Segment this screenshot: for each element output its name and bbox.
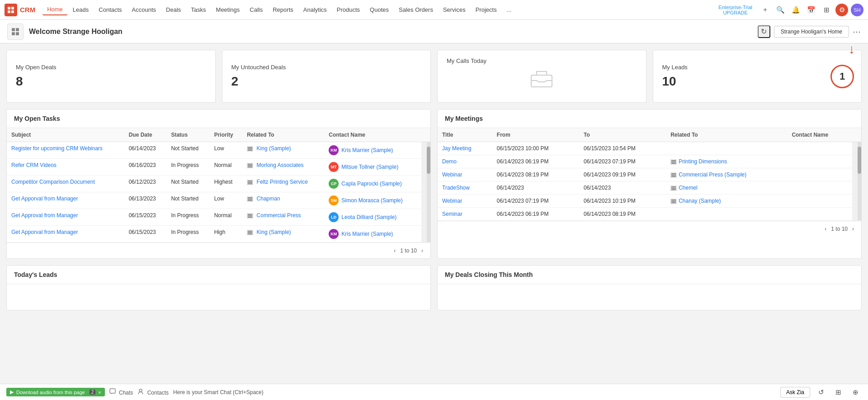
tasks-panel: My Open Tasks Subject Due Date Status Pr… xyxy=(6,109,431,259)
app-logo[interactable]: CRM xyxy=(5,4,35,16)
tasks-next-btn[interactable]: › xyxy=(420,247,425,255)
page-icon xyxy=(7,24,24,40)
meeting-title-link[interactable]: Demo xyxy=(442,158,457,165)
nav-contacts[interactable]: Contacts xyxy=(94,5,126,15)
nav-products[interactable]: Products xyxy=(332,5,364,15)
meeting-contact-cell xyxy=(787,155,852,168)
meeting-contact-cell xyxy=(787,208,852,221)
related-icon xyxy=(670,159,677,165)
meeting-related-link[interactable]: Printing Dimensions xyxy=(679,158,727,165)
task-priority-cell: Normal xyxy=(210,159,243,176)
task-status-cell: In Progress xyxy=(166,159,209,176)
task-related-link[interactable]: Chapman xyxy=(257,195,280,202)
meetings-col-to: To xyxy=(579,128,666,142)
calls-today-card[interactable]: My Calls Today xyxy=(437,50,646,103)
user-avatar[interactable]: SH xyxy=(851,4,863,16)
task-subject-link[interactable]: Get Apporval from Manager xyxy=(11,195,78,202)
contact-name-link[interactable]: Mitsue Tollner (Sample) xyxy=(341,164,398,170)
tasks-col-due-date: Due Date xyxy=(124,128,167,142)
meeting-title-cell: Webinar xyxy=(438,168,492,181)
create-button[interactable]: ＋ xyxy=(759,4,771,16)
meeting-related-link[interactable]: Chanay (Sample) xyxy=(679,198,721,204)
task-related-link[interactable]: Feltz Printing Service xyxy=(257,179,308,185)
nav-tasks[interactable]: Tasks xyxy=(186,5,210,15)
nav-projects[interactable]: Projects xyxy=(471,5,501,15)
deals-closing-panel: My Deals Closing This Month xyxy=(437,265,862,310)
task-subject-link[interactable]: Competitor Comparison Document xyxy=(11,179,95,185)
tasks-row: Register for upcoming CRM Webinars 06/14… xyxy=(7,142,430,159)
nav-calls[interactable]: Calls xyxy=(245,5,267,15)
meetings-col-from: From xyxy=(492,128,579,142)
nav-more[interactable]: ... xyxy=(502,5,516,15)
task-related-link[interactable]: King (Sample) xyxy=(257,145,291,152)
meetings-row: Jay Meeting 06/15/2023 10:00 PM 06/15/20… xyxy=(438,142,861,155)
meeting-related-cell: Commercial Press (Sample) xyxy=(666,168,787,181)
tasks-prev-btn[interactable]: ‹ xyxy=(392,247,397,255)
meeting-title-link[interactable]: Seminar xyxy=(442,211,462,217)
meeting-title-link[interactable]: TradeShow xyxy=(442,185,470,191)
task-due-date-cell: 06/13/2023 xyxy=(124,192,167,209)
nav-services[interactable]: Services xyxy=(439,5,470,15)
contact-name-link[interactable]: Capla Paprocki (Sample) xyxy=(341,181,401,187)
task-subject-link[interactable]: Get Apporval from Manager xyxy=(11,229,78,235)
task-status-cell: In Progress xyxy=(166,226,209,243)
contact-name-link[interactable]: Simon Morasca (Sample) xyxy=(341,197,402,204)
search-button[interactable]: 🔍 xyxy=(774,4,787,16)
app-name: CRM xyxy=(20,6,35,14)
task-subject-link[interactable]: Register for upcoming CRM Webinars xyxy=(11,145,103,152)
nav-deals[interactable]: Deals xyxy=(161,5,185,15)
nav-home[interactable]: Home xyxy=(42,4,67,15)
nav-accounts[interactable]: Accounts xyxy=(127,5,160,15)
task-due-date-cell: 06/14/2023 xyxy=(124,142,167,159)
my-leads-card[interactable]: My Leads 10 1 ↓ xyxy=(653,50,862,103)
contact-name-link[interactable]: Leota Dilliard (Sample) xyxy=(341,214,396,220)
contact-name-link[interactable]: Kris Marrier (Sample) xyxy=(341,231,393,237)
nav-reports[interactable]: Reports xyxy=(268,5,298,15)
task-related-link[interactable]: King (Sample) xyxy=(257,229,291,235)
more-options-button[interactable]: ⋯ xyxy=(853,27,861,37)
meeting-related-link[interactable]: Chemel xyxy=(679,185,697,191)
contact-avatar: CP xyxy=(329,179,339,189)
task-subject-link[interactable]: Refer CRM Videos xyxy=(11,162,57,168)
open-deals-value: 8 xyxy=(16,74,206,89)
task-related-link[interactable]: Morlong Associates xyxy=(257,162,304,168)
nav-right: Enterprise-Trial UPGRADE ＋ 🔍 🔔 📅 ⊞ ⚙ SH xyxy=(718,4,863,16)
meeting-title-link[interactable]: Webinar xyxy=(442,198,462,204)
untouched-deals-card[interactable]: My Untouched Deals 2 xyxy=(222,50,431,103)
meeting-to-cell: 06/14/2023 08:19 PM xyxy=(579,208,666,221)
meetings-row: TradeShow 06/14/2023 06/14/2023 Chemel xyxy=(438,181,861,195)
nav-meetings[interactable]: Meetings xyxy=(212,5,245,15)
nav-leads[interactable]: Leads xyxy=(68,5,93,15)
nav-quotes[interactable]: Quotes xyxy=(365,5,393,15)
nav-sales-orders[interactable]: Sales Orders xyxy=(394,5,438,15)
task-due-date-cell: 06/16/2023 xyxy=(124,159,167,176)
task-subject-link[interactable]: Get Approval from Manager xyxy=(11,212,78,219)
open-deals-title: My Open Deals xyxy=(16,64,206,71)
task-due-date-cell: 06/15/2023 xyxy=(124,209,167,226)
meeting-from-cell: 06/14/2023 06:19 PM xyxy=(492,208,579,221)
task-contact-cell: MT Mitsue Tollner (Sample) xyxy=(324,159,421,176)
meetings-prev-btn[interactable]: ‹ xyxy=(823,225,828,233)
task-related-cell: King (Sample) xyxy=(242,142,324,159)
todays-leads-panel: Today's Leads xyxy=(6,265,431,310)
marketplace-button[interactable]: ⊞ xyxy=(820,4,833,16)
meeting-related-link[interactable]: Commercial Press (Sample) xyxy=(679,171,746,178)
meetings-next-btn[interactable]: › xyxy=(850,225,856,233)
untouched-deals-title: My Untouched Deals xyxy=(231,64,422,71)
refresh-button[interactable]: ↻ xyxy=(758,25,770,38)
nav-analytics[interactable]: Analytics xyxy=(299,5,331,15)
meeting-title-link[interactable]: Webinar xyxy=(442,171,462,178)
calls-today-icon-area xyxy=(447,68,637,95)
contact-name-link[interactable]: Kris Marrier (Sample) xyxy=(341,147,393,153)
open-deals-card[interactable]: My Open Deals 8 xyxy=(6,50,216,103)
tasks-row: Get Apporval from Manager 06/13/2023 Not… xyxy=(7,192,430,209)
meeting-title-link[interactable]: Jay Meeting xyxy=(442,145,472,152)
contact-avatar: KM xyxy=(329,145,339,155)
calendar-button[interactable]: 📅 xyxy=(805,4,817,16)
task-related-link[interactable]: Commercial Press xyxy=(257,212,301,219)
meetings-row: Webinar 06/14/2023 08:19 PM 06/14/2023 0… xyxy=(438,168,861,181)
settings-button[interactable]: ⚙ xyxy=(835,4,848,16)
home-dropdown[interactable]: Strange Hooligan's Home xyxy=(774,26,849,38)
notifications-button[interactable]: 🔔 xyxy=(789,4,802,16)
task-priority-cell: Highest xyxy=(210,176,243,192)
